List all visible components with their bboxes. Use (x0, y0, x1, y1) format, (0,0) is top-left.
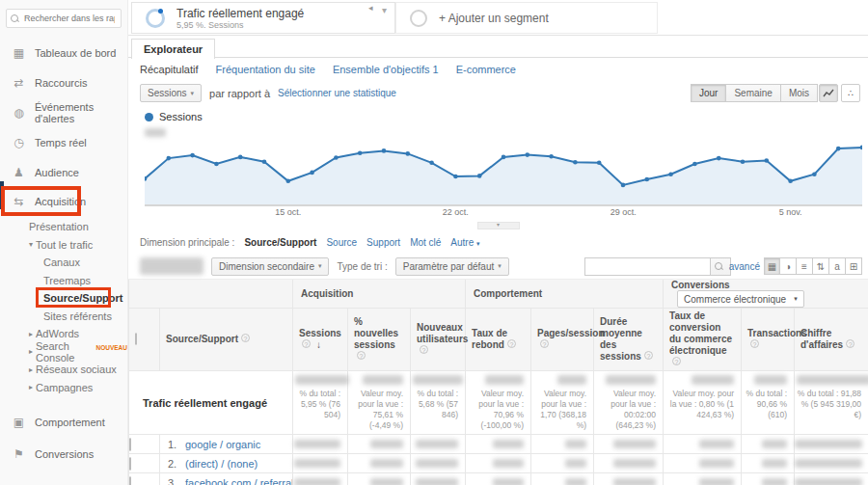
group-behavior: Comportement (466, 280, 664, 309)
active-segment-card[interactable]: Trafic réellement engagé 5,95 %. Session… (131, 2, 395, 34)
sidebar-nav-top: ▦Tableaux de bord⇄Raccourcis◍Événements … (0, 38, 127, 215)
comparison-view-icon[interactable]: ⇅ (813, 257, 829, 275)
row-source-link[interactable]: (direct) / (none) (185, 458, 258, 470)
select-statistic-link[interactable]: Sélectionner une statistique (278, 88, 396, 98)
subtab-r-capitulatif[interactable]: Récapitulatif (140, 64, 199, 75)
help-icon[interactable]: ? (750, 339, 759, 348)
subtab-ensemble-d-objectifs-[interactable]: Ensemble d'objectifs 1 (333, 64, 439, 75)
sidebar-item-tableaux-de-bord[interactable]: ▦Tableaux de bord (0, 38, 127, 67)
redacted-value (413, 375, 463, 385)
percentage-view-icon[interactable]: ◑ (780, 257, 797, 275)
granularity-semaine-button[interactable]: Semaine (726, 84, 780, 102)
row-source-link[interactable]: google / organic (185, 439, 260, 450)
table-search-button[interactable] (710, 257, 731, 276)
row-source-link[interactable]: facebook.com / referral (185, 477, 293, 485)
summary-metric-cell: % du total : 5,68 % (57 846) (411, 371, 466, 435)
redacted-value (416, 440, 458, 448)
sidebar-item-conversions[interactable]: ⚑Conversions (0, 438, 127, 470)
row-checkbox[interactable] (129, 438, 131, 451)
sidebar-item-r-seaux-sociaux[interactable]: ▸Réseaux sociaux (0, 361, 127, 379)
sidebar-item-canaux[interactable]: Canaux (0, 254, 127, 272)
sidebar-item-temps-r-el[interactable]: ◷Temps réel (0, 127, 127, 157)
column-chiffre-d-affaires[interactable]: Chiffre d'affaires? (795, 309, 868, 371)
table-view-icon[interactable]: ▦ (764, 257, 780, 275)
sidebar-item-campagnes[interactable]: ▸Campagnes (0, 379, 127, 397)
pivot-view-icon[interactable]: ⊞ (846, 257, 862, 275)
column-sessions[interactable]: Sessions?↓ (293, 309, 348, 371)
column-taux-de-conversion-du-commerce-lectronique[interactable]: Taux de conversion du commerce électroni… (664, 309, 742, 371)
redacted-value (754, 375, 787, 385)
row-checkbox[interactable] (129, 457, 131, 471)
select-all-checkbox[interactable] (135, 333, 137, 345)
performance-view-icon[interactable]: ≡ (797, 257, 813, 275)
sidebar-item-sites-r-f-rents[interactable]: Sites référents (0, 308, 127, 326)
dropdown-arrow-icon: ▾ (191, 90, 195, 97)
help-icon[interactable]: ? (672, 357, 681, 365)
column-transactions[interactable]: Transactions? (742, 309, 795, 371)
table-search-input[interactable] (584, 257, 710, 276)
column-dur-e-moyenne-des-sessions[interactable]: Durée moyenne des sessions? (594, 309, 664, 371)
sort-type-button[interactable]: Paramètre par défaut ▾ (395, 257, 509, 276)
help-icon[interactable]: ? (846, 339, 854, 348)
column-pages-session[interactable]: Pages/session? (531, 309, 594, 371)
collapsed-arrow-icon: ▸ (29, 347, 33, 356)
column-source-support[interactable]: Source/Support? (160, 309, 293, 371)
audience-icon: ♟ (12, 166, 26, 179)
help-icon[interactable]: ? (357, 351, 366, 360)
chart-collapse-handle[interactable]: ▾ (477, 222, 520, 229)
add-segment-card[interactable]: + Ajouter un segment (395, 2, 658, 34)
report-search-input[interactable] (22, 13, 117, 24)
help-icon[interactable]: ? (302, 339, 311, 348)
report-search-box[interactable] (6, 9, 122, 28)
chevron-down-icon[interactable]: ▾ (382, 5, 387, 15)
sidebar-item-comportement[interactable]: ▣Comportement (0, 406, 127, 438)
sidebar-item--v-nements-d-alertes[interactable]: ◍Événements d'alertes (0, 97, 127, 127)
y-axis-max-redacted (145, 128, 166, 137)
redacted-value (699, 459, 734, 468)
motion-chart-view-button[interactable]: ∴ (841, 84, 860, 102)
sidebar-item-pr-sentation[interactable]: Présentation (0, 218, 127, 236)
dimension-link-mot-cl-[interactable]: Mot clé (410, 237, 441, 248)
help-icon[interactable]: ? (644, 351, 653, 360)
row-rank: 1. (168, 439, 185, 450)
summary-segment-label: Trafic réellement engagé (129, 371, 293, 435)
summary-metric-cell: % du total : 5,95 % (76 504) (293, 371, 348, 435)
column-label: % nouvelles sessions (354, 316, 398, 350)
row-metric-cell (795, 435, 868, 454)
dimension-link-support[interactable]: Support (366, 237, 400, 248)
granularity-mois-button[interactable]: Mois (781, 84, 818, 102)
sessions-line-chart[interactable] (145, 139, 862, 206)
redacted-value (613, 478, 656, 485)
help-icon[interactable]: ? (507, 339, 516, 348)
sidebar-item-search-console[interactable]: ▸Search ConsoleNOUVEAU (0, 343, 127, 362)
subtab-fr-quentation-du-site[interactable]: Fréquentation du site (216, 64, 315, 75)
collapse-panel-icon[interactable]: ◂ (368, 3, 373, 13)
column-taux-de-rebond[interactable]: Taux de rebond? (466, 309, 531, 371)
sidebar-item-audience[interactable]: ♟Audience (0, 157, 127, 187)
sort-desc-icon[interactable]: ↓ (316, 339, 321, 350)
group-conversions: ConversionsCommerce électronique▾ (664, 280, 868, 309)
metric-select-button[interactable]: Sessions ▾ (140, 84, 202, 102)
sidebar-item-acquisition[interactable]: ⇆Acquisition (2, 187, 80, 215)
column--nouvelles-sessions[interactable]: % nouvelles sessions? (348, 309, 411, 371)
line-chart-view-button[interactable] (819, 84, 838, 102)
help-icon[interactable]: ? (241, 334, 250, 342)
help-icon[interactable]: ? (420, 345, 428, 354)
dimension-source-support[interactable]: Source/Support (244, 237, 316, 248)
granularity-jour-button[interactable]: Jour (691, 84, 726, 102)
dimension-other-dropdown[interactable]: Autre ▾ (450, 237, 479, 248)
row-checkbox[interactable] (129, 476, 131, 485)
tab-explorer[interactable]: Explorateur (131, 39, 215, 59)
subtab-e-commerce[interactable]: E-commerce (456, 64, 516, 75)
sidebar-item-source-support[interactable]: Source/Support (0, 289, 127, 308)
term-cloud-view-icon[interactable]: a (829, 257, 846, 275)
column-nouveaux-utilisateurs[interactable]: Nouveaux utilisateurs? (411, 309, 466, 371)
ecommerce-select[interactable]: Commerce électronique▾ (677, 290, 804, 308)
help-icon[interactable]: ? (540, 339, 549, 348)
sidebar-item-tout-le-trafic[interactable]: ▾Tout le trafic (0, 236, 127, 255)
sidebar-item-raccourcis[interactable]: ⇄Raccourcis (0, 67, 127, 97)
dimension-link-source[interactable]: Source (326, 237, 357, 248)
advanced-filter-link[interactable]: avancé (729, 261, 760, 272)
redacted-value (493, 459, 524, 468)
secondary-dimension-button[interactable]: Dimension secondaire ▾ (211, 257, 329, 276)
